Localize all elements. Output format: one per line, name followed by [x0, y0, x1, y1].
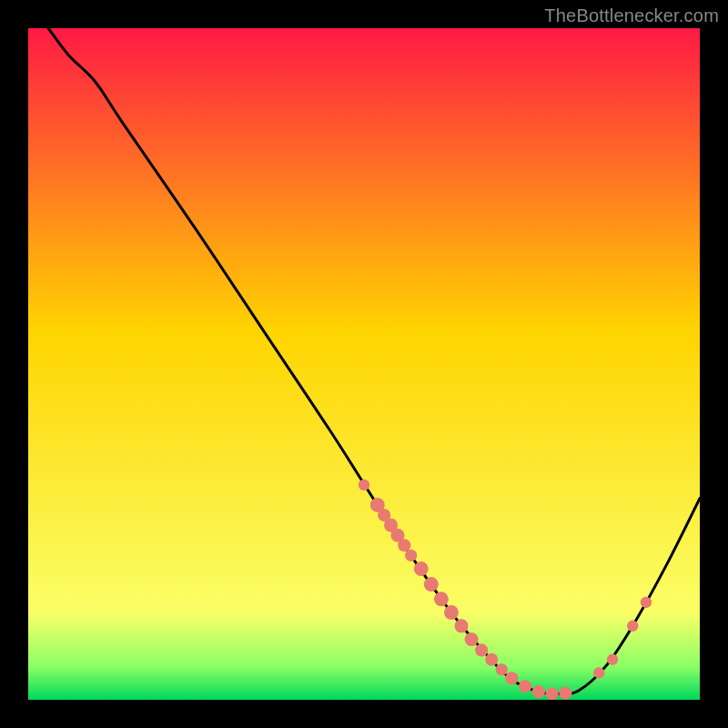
gradient-background	[28, 28, 700, 700]
plot-area	[28, 28, 700, 700]
data-marker	[519, 680, 531, 693]
data-marker	[546, 687, 559, 700]
chart-outer: TheBottlenecker.com	[0, 0, 728, 728]
data-marker	[593, 667, 604, 678]
data-marker	[607, 654, 618, 665]
data-marker	[475, 643, 488, 656]
data-marker	[532, 685, 545, 698]
data-marker	[496, 663, 508, 675]
data-marker	[414, 561, 429, 576]
data-marker	[505, 672, 518, 684]
data-marker	[454, 619, 468, 632]
data-marker	[465, 632, 479, 646]
data-marker	[359, 480, 369, 490]
data-marker	[641, 597, 652, 608]
data-marker	[444, 605, 459, 620]
data-marker	[627, 621, 638, 632]
data-marker	[405, 550, 417, 561]
data-marker	[485, 653, 498, 666]
data-marker	[559, 687, 571, 700]
attribution-label: TheBottlenecker.com	[544, 5, 719, 26]
data-marker	[434, 592, 449, 606]
chart-svg	[28, 28, 700, 700]
data-marker	[424, 577, 439, 592]
